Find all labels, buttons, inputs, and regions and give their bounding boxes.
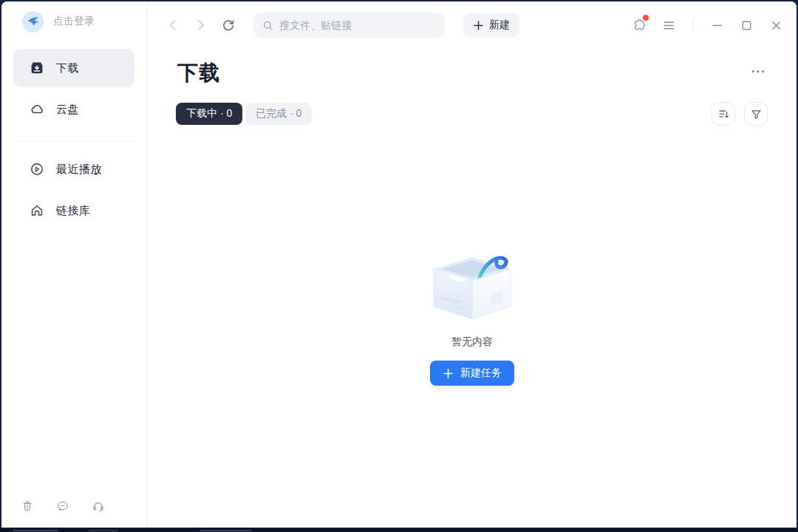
new-button-label: 新建: [489, 18, 510, 32]
home-icon: [30, 203, 44, 218]
close-icon[interactable]: [769, 18, 783, 33]
plus-icon: [473, 20, 484, 31]
sidebar-item-label: 云盘: [56, 103, 79, 117]
empty-box-illustration: [423, 239, 521, 322]
maximize-icon[interactable]: [740, 18, 754, 33]
page-title: 下载: [177, 59, 220, 87]
bird-logo-icon: [26, 14, 41, 29]
sidebar: 点击登录 下载 云盘: [1, 1, 148, 528]
sidebar-item-recently-played[interactable]: 最近播放: [13, 150, 134, 188]
new-task-button[interactable]: 新建任务: [430, 361, 514, 386]
more-options-button[interactable]: ⋯: [751, 64, 767, 78]
empty-state: 暂无内容 新建任务: [148, 239, 797, 386]
sidebar-divider: [13, 141, 135, 142]
filter-button[interactable]: [744, 102, 768, 126]
main-menu-icon[interactable]: [662, 18, 676, 33]
minimize-icon[interactable]: [710, 18, 724, 33]
tab-downloading[interactable]: 下载中 · 0: [176, 103, 242, 125]
notification-dot: [643, 15, 649, 21]
forward-icon[interactable]: [194, 18, 208, 33]
trash-icon[interactable]: [21, 499, 34, 513]
sidebar-bottom-actions: [21, 499, 105, 513]
download-box-icon: [30, 61, 44, 75]
search-bar[interactable]: [253, 13, 445, 38]
plus-icon: [443, 368, 454, 379]
headset-support-icon[interactable]: [92, 499, 105, 513]
new-button[interactable]: 新建: [463, 13, 519, 37]
sidebar-item-downloads[interactable]: 下载: [13, 49, 134, 87]
new-task-label: 新建任务: [460, 366, 502, 380]
avatar[interactable]: [22, 11, 44, 33]
search-icon: [262, 19, 273, 32]
sidebar-item-label: 下载: [56, 61, 79, 75]
sidebar-item-link-library[interactable]: 链接库: [13, 191, 134, 230]
sort-button[interactable]: [712, 102, 735, 126]
app-window: 点击登录 下载 云盘: [1, 1, 797, 528]
back-icon[interactable]: [166, 18, 180, 33]
cloud-icon: [30, 102, 44, 117]
search-input[interactable]: [279, 19, 436, 31]
window-frame: 点击登录 下载 云盘: [0, 0, 798, 532]
desktop-artifacts: [0, 528, 798, 532]
sidebar-item-label: 最近播放: [56, 163, 102, 177]
login-button[interactable]: 点击登录: [22, 10, 95, 33]
tab-completed[interactable]: 已完成 · 0: [245, 103, 312, 125]
empty-message: 暂无内容: [451, 335, 493, 349]
play-circle-icon: [30, 162, 44, 177]
sort-icon: [717, 108, 730, 120]
titlebar-divider: [692, 20, 693, 30]
login-label: 点击登录: [53, 15, 95, 28]
filter-funnel-icon: [750, 108, 763, 120]
main-area: 新建 下载 ⋯ 下载中 · 0 已完成: [148, 1, 797, 528]
sidebar-item-label: 链接库: [56, 204, 91, 218]
sidebar-item-cloud-drive[interactable]: 云盘: [13, 90, 134, 129]
refresh-icon[interactable]: [221, 18, 236, 33]
feedback-chat-icon[interactable]: [56, 499, 69, 513]
